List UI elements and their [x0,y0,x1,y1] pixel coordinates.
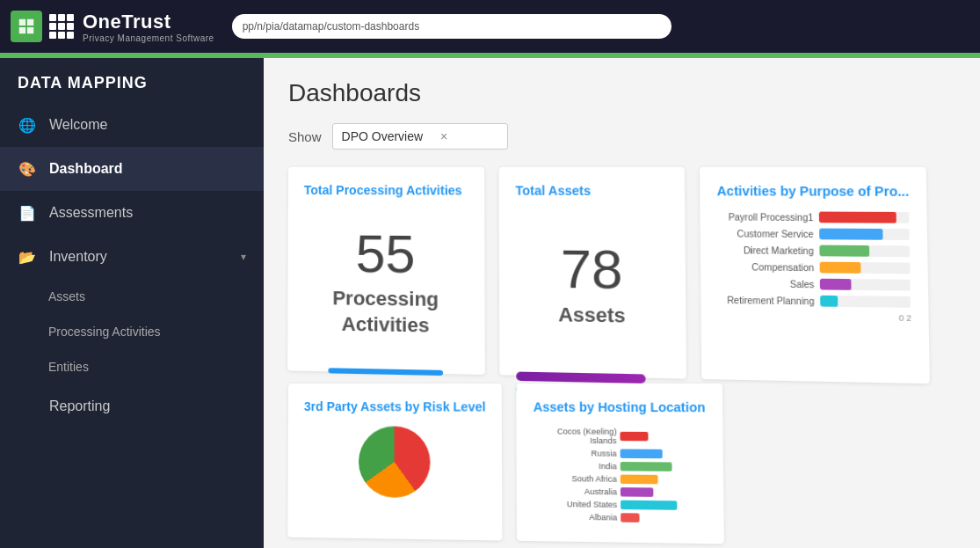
card-title-assets: Total Assets [515,183,667,198]
hosting-label: Cocos (Keeling) Islands [534,427,617,445]
document-icon: 📄 [18,203,37,223]
card-total-assets: Total Assets 78 Assets [499,167,686,379]
palette-icon: 🎨 [18,159,37,179]
chart-bar-fill [819,245,869,257]
hosting-row: Russia [534,449,706,459]
card-total-processing: Total Processing Activities 55 Processin… [287,167,485,375]
card-title-purpose: Activities by Purpose of Pro... [717,184,910,199]
reporting-icon [18,397,37,416]
chart-bar-label: Sales [718,278,815,289]
hosting-label: Russia [534,449,617,458]
url-bar[interactable]: pp/n/pia/datamap/custom-dashboards [232,14,671,39]
hosting-row: South Africa [534,474,706,485]
card-activities-purpose: Activities by Purpose of Pro... Payroll … [700,167,930,384]
assets-number: 78 [561,242,623,297]
sidebar-item-label: Assessments [49,205,133,221]
show-select-clear[interactable]: × [440,129,447,143]
show-label: Show [288,129,322,144]
hosting-row: Albania [534,512,707,523]
axis-label: 0 2 [718,311,911,323]
sidebar-item-welcome[interactable]: 🌐 Welcome [0,103,264,147]
page-title: Dashboards [288,79,955,107]
main-layout: DATA MAPPING 🌐 Welcome 🎨 Dashboard 📄 Ass… [0,58,980,548]
chart-bar-label: Customer Service [717,228,814,238]
hosting-label: Albania [534,512,617,522]
sidebar-item-label: Welcome [49,117,107,133]
globe-icon: 🌐 [18,115,37,135]
hosting-bar [621,432,649,442]
show-select-value: DPO Overview [342,129,424,143]
chart-bar-container [820,262,911,274]
chart-row: Compensation [717,261,910,274]
hosting-bar [621,513,640,522]
hosting-bar [621,501,677,510]
chart-row: Sales [718,278,911,291]
sidebar-item-inventory[interactable]: 📂 Inventory ▾ [0,235,264,279]
chart-row: Payroll Processing1 [717,211,910,223]
processing-progress-bar [328,368,443,376]
chart-bar-fill [820,296,838,307]
grid-icon [49,14,74,39]
chevron-down-icon: ▾ [241,251,246,263]
chart-bar-fill [819,212,897,223]
sidebar-section-title: DATA MAPPING [0,58,264,103]
hosting-label: United States [534,500,617,509]
sidebar-item-assessments[interactable]: 📄 Assessments [0,191,264,235]
hosting-bar [621,475,658,485]
card-title-third-party: 3rd Party Assets by Risk Level [304,399,486,414]
chart-row: Customer Service [717,228,910,240]
folder-icon: 📂 [18,247,37,267]
content-area: Dashboards Show DPO Overview × Total Pro… [264,58,980,548]
chart-bar-label: Payroll Processing1 [717,212,813,223]
card-center-assets: 78 Assets [516,210,670,362]
chart-row: Direct Marketing [717,245,910,257]
sidebar-sub-item-assets[interactable]: Assets [0,279,264,314]
chart-bar-label: Retirement Planning [718,295,815,306]
show-row: Show DPO Overview × [288,123,955,150]
chart-bar-container [819,229,910,240]
hosting-label: India [534,461,617,471]
hosting-bar [621,487,653,497]
chart-bar-fill [820,279,852,290]
sidebar-item-label: Inventory [49,249,107,265]
assets-label: Assets [558,302,626,329]
hosting-bar [621,449,663,458]
chart-bar-label: Compensation [717,261,814,273]
sidebar-sub-item-entities[interactable]: Entities [0,349,264,384]
hosting-label: Australia [534,486,617,496]
chart-bar-container [820,296,911,308]
assets-progress-purple [516,372,646,384]
hosting-row: United States [534,500,706,511]
sidebar-item-dashboard[interactable]: 🎨 Dashboard [0,147,264,191]
sidebar-item-reporting[interactable]: Reporting [0,384,264,428]
top-bar: OneTrust Privacy Management Software pp/… [0,0,980,53]
logo-text: OneTrust Privacy Management Software [83,11,214,43]
app-logo-icon [11,11,42,42]
card-center-processing: 55 Processing Activities [303,209,468,358]
chart-bar-container [820,279,911,291]
sidebar: DATA MAPPING 🌐 Welcome 🎨 Dashboard 📄 Ass… [0,58,264,548]
chart-bar-container [819,212,910,223]
sidebar-sub-item-processing-activities[interactable]: Processing Activities [0,314,264,349]
hosting-label: South Africa [534,474,617,484]
chart-bar-fill [820,262,860,274]
show-select[interactable]: DPO Overview × [332,123,508,150]
hosting-row: Australia [534,486,706,497]
chart-bar-container [819,245,910,258]
card-hosting: Assets by Hosting Location Cocos (Keelin… [517,384,724,544]
card-title-processing: Total Processing Activities [304,183,468,198]
pie-chart [359,426,431,498]
chart-bar-label: Direct Marketing [717,245,814,255]
hosting-row: India [534,461,706,471]
hosting-chart: Cocos (Keeling) Islands Russia India Sou… [534,427,707,523]
processing-number: 55 [356,228,416,281]
processing-label: Processing Activities [332,286,439,339]
sidebar-item-label: Reporting [49,398,110,414]
hosting-bar [621,462,672,471]
card-title-hosting: Assets by Hosting Location [534,399,706,414]
chart-bar-fill [819,229,882,240]
card-third-party: 3rd Party Assets by Risk Level [287,384,502,541]
purpose-chart: Payroll Processing1 Customer Service Dir… [717,211,911,308]
chart-row: Retirement Planning [718,294,911,308]
hosting-row: Cocos (Keeling) Islands [534,427,706,446]
